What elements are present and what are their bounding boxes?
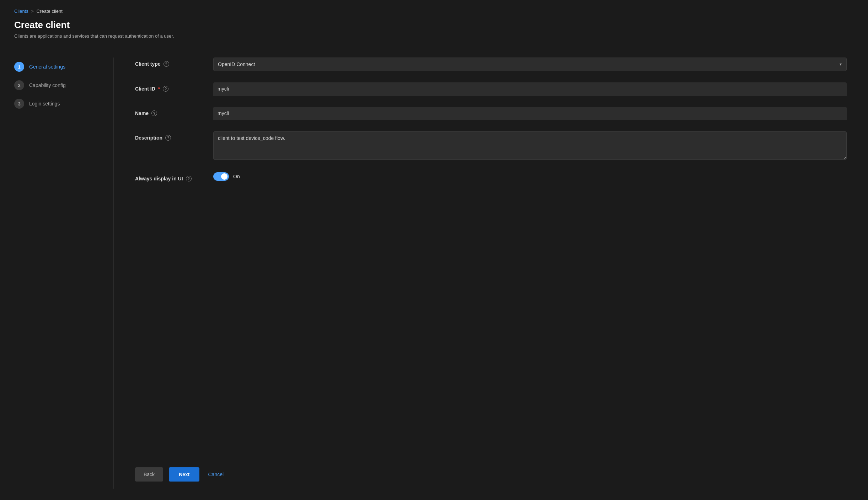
client-id-label: Client ID * ? bbox=[135, 86, 213, 92]
step-3-label: Login settings bbox=[29, 101, 60, 107]
breadcrumb: Clients > Create client bbox=[14, 9, 854, 14]
client-type-help-icon[interactable]: ? bbox=[164, 61, 169, 67]
name-help-icon[interactable]: ? bbox=[151, 110, 157, 116]
toggle-row: On bbox=[213, 172, 847, 181]
steps-sidebar: 1 General settings 2 Capability config 3… bbox=[14, 58, 114, 489]
page-wrapper: Clients > Create client Create client Cl… bbox=[0, 0, 868, 500]
name-input-group bbox=[213, 107, 847, 120]
step-2-number: 2 bbox=[14, 80, 24, 90]
form-area: Client type ? OpenID Connect SAML ▾ bbox=[114, 58, 854, 489]
next-button[interactable]: Next bbox=[169, 467, 199, 482]
step-1-general-settings[interactable]: 1 General settings bbox=[14, 58, 99, 76]
step-1-number: 1 bbox=[14, 62, 24, 72]
page-subtitle: Clients are applications and services th… bbox=[14, 33, 854, 39]
client-id-required: * bbox=[158, 86, 160, 92]
step-1-label: General settings bbox=[29, 64, 65, 70]
breadcrumb-separator: > bbox=[31, 9, 34, 14]
always-display-help-icon[interactable]: ? bbox=[186, 176, 192, 181]
client-id-label-group: Client ID * ? bbox=[135, 82, 213, 92]
name-input[interactable] bbox=[213, 107, 847, 120]
client-type-row: Client type ? OpenID Connect SAML ▾ bbox=[135, 58, 847, 71]
button-row: Back Next Cancel bbox=[135, 453, 847, 489]
header: Clients > Create client Create client Cl… bbox=[0, 0, 868, 46]
client-id-input-group bbox=[213, 82, 847, 96]
always-display-row: Always display in UI ? On bbox=[135, 172, 847, 181]
client-type-label-group: Client type ? bbox=[135, 58, 213, 67]
description-label-group: Description ? bbox=[135, 131, 213, 141]
description-textarea[interactable]: client to test device_code flow. bbox=[213, 131, 847, 160]
name-label-group: Name ? bbox=[135, 107, 213, 116]
step-2-label: Capability config bbox=[29, 82, 66, 88]
description-input-group: client to test device_code flow. bbox=[213, 131, 847, 161]
step-3-login-settings[interactable]: 3 Login settings bbox=[14, 94, 99, 113]
description-row: Description ? client to test device_code… bbox=[135, 131, 847, 161]
breadcrumb-clients-link[interactable]: Clients bbox=[14, 9, 28, 14]
client-id-input[interactable] bbox=[213, 82, 847, 96]
toggle-on-label: On bbox=[233, 174, 240, 179]
form-fields: Client type ? OpenID Connect SAML ▾ bbox=[135, 58, 847, 453]
client-id-row: Client ID * ? bbox=[135, 82, 847, 96]
breadcrumb-current: Create client bbox=[37, 9, 63, 14]
always-display-label-group: Always display in UI ? bbox=[135, 172, 213, 181]
always-display-toggle[interactable] bbox=[213, 172, 229, 181]
always-display-label: Always display in UI ? bbox=[135, 176, 213, 181]
page-title: Create client bbox=[14, 20, 854, 31]
main-content: 1 General settings 2 Capability config 3… bbox=[0, 46, 868, 500]
client-id-help-icon[interactable]: ? bbox=[163, 86, 168, 92]
cancel-button[interactable]: Cancel bbox=[205, 467, 226, 482]
back-button[interactable]: Back bbox=[135, 467, 163, 482]
name-label: Name ? bbox=[135, 110, 213, 116]
step-2-capability-config[interactable]: 2 Capability config bbox=[14, 76, 99, 94]
name-row: Name ? bbox=[135, 107, 847, 120]
toggle-slider bbox=[213, 172, 229, 181]
client-type-input-group: OpenID Connect SAML ▾ bbox=[213, 58, 847, 71]
client-type-select[interactable]: OpenID Connect SAML bbox=[213, 58, 847, 71]
description-label: Description ? bbox=[135, 135, 213, 141]
always-display-input-group: On bbox=[213, 172, 847, 181]
description-help-icon[interactable]: ? bbox=[165, 135, 171, 141]
step-3-number: 3 bbox=[14, 99, 24, 109]
client-type-label: Client type ? bbox=[135, 61, 213, 67]
client-type-select-wrapper: OpenID Connect SAML ▾ bbox=[213, 58, 847, 71]
